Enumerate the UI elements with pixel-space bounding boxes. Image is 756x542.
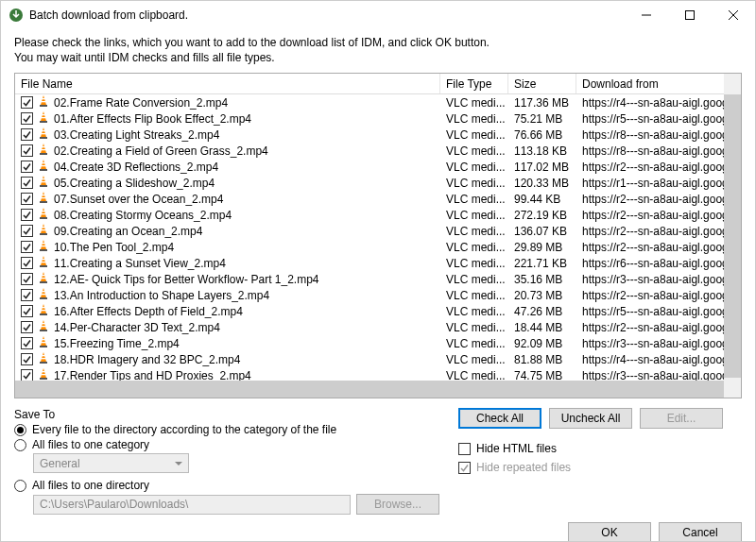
row-checkbox[interactable] [21,289,33,301]
table-row[interactable]: 13.An Introduction to Shape Layers_2.mp4… [15,287,724,303]
row-checkbox[interactable] [21,257,33,269]
vlc-icon [37,303,50,319]
table-row[interactable]: 02.Creating a Field of Green Grass_2.mp4… [15,143,724,159]
file-type: VLC medi... [440,225,508,238]
row-checkbox[interactable] [21,96,33,109]
vlc-icon [37,191,50,207]
vlc-icon [37,223,50,239]
svg-rect-59 [42,307,44,308]
vlc-icon [37,287,50,303]
table-row[interactable]: 08.Creating Stormy Oceans_2.mp4VLC medi.… [15,207,724,223]
vertical-scrollbar[interactable] [724,74,741,381]
row-checkbox[interactable] [21,353,33,365]
table-row[interactable]: 18.HDR Imagery and 32 BPC_2.mp4VLC medi.… [15,351,724,367]
file-type: VLC medi... [440,177,508,190]
svg-rect-48 [42,262,46,263]
svg-marker-13 [41,127,46,137]
table-row[interactable]: 10.The Pen Tool_2.mp4VLC medi...29.89 MB… [15,239,724,255]
horizontal-scrollbar[interactable] [15,381,724,398]
file-name: 05.Creating a Slideshow_2.mp4 [54,177,215,190]
table-row[interactable]: 02.Frame Rate Conversion_2.mp4VLC medi..… [15,94,724,110]
file-name: 01.After Effects Flip Book Effect_2.mp4 [54,112,251,126]
radio-one-category[interactable] [14,439,26,451]
table-row[interactable]: 17.Render Tips and HD Proxies_2.mp4VLC m… [15,367,724,381]
col-download-from[interactable]: Download from [576,74,741,93]
file-size: 81.88 MB [508,353,576,366]
table-row[interactable]: 04.Create 3D Reflections_2.mp4VLC medi..… [15,159,724,175]
cancel-button[interactable]: Cancel [659,522,742,542]
table-row[interactable]: 01.After Effects Flip Book Effect_2.mp4V… [15,110,724,127]
col-size[interactable]: Size [508,74,576,93]
svg-rect-70 [40,362,47,364]
row-checkbox[interactable] [21,337,33,349]
table-row[interactable]: 03.Creating Light Streaks_2.mp4VLC medi.… [15,127,724,143]
row-checkbox[interactable] [21,193,33,205]
download-from: https://r3---sn-a8au-aigl.googlevide [576,337,724,350]
minimize-button[interactable] [625,1,668,29]
row-checkbox[interactable] [21,112,33,125]
file-size: 18.44 MB [508,321,576,334]
row-checkbox[interactable] [21,305,33,317]
window-title: Batch download from clipboard. [29,8,625,22]
radio-per-category[interactable] [14,424,26,436]
table-row[interactable]: 07.Sunset over the Ocean_2.mp4VLC medi..… [15,191,724,207]
download-from: https://r1---sn-a8au-aigl.googlevide [576,177,724,190]
file-name: 08.Creating Stormy Oceans_2.mp4 [54,209,232,222]
browse-button[interactable]: Browse... [356,494,439,515]
table-row[interactable]: 15.Freezing Time_2.mp4VLC medi...92.09 M… [15,335,724,351]
row-checkbox[interactable] [21,273,33,285]
svg-rect-11 [42,114,44,115]
table-row[interactable]: 11.Creating a Sunset View_2.mp4VLC medi.… [15,255,724,271]
file-name: 11.Creating a Sunset View_2.mp4 [54,257,226,270]
row-checkbox[interactable] [21,209,33,221]
file-size: 92.09 MB [508,337,576,350]
file-name: 03.Creating Light Streaks_2.mp4 [54,128,219,142]
svg-rect-67 [42,339,44,340]
table-row[interactable]: 09.Creating an Ocean_2.mp4VLC medi...136… [15,223,724,239]
table-row[interactable]: 12.AE- Quick Tips for Better Workflow- P… [15,271,724,287]
file-type: VLC medi... [440,273,508,286]
table-row[interactable]: 05.Creating a Slideshow_2.mp4VLC medi...… [15,175,724,191]
maximize-button[interactable] [668,1,712,29]
svg-rect-39 [42,227,44,228]
check-all-button[interactable]: Check All [458,408,541,429]
vlc-icon [37,110,50,127]
svg-rect-34 [40,217,47,219]
close-button[interactable] [712,1,755,29]
row-checkbox[interactable] [21,321,33,333]
svg-rect-43 [42,243,44,244]
row-checkbox[interactable] [21,161,33,173]
app-icon [9,8,24,23]
svg-rect-40 [42,229,46,230]
row-checkbox[interactable] [21,177,33,189]
file-type: VLC medi... [440,305,508,318]
row-checkbox[interactable] [21,144,33,157]
directory-path-input[interactable]: C:\Users\Paularo\Downloads\ [33,495,351,515]
vlc-icon [37,351,50,367]
table-row[interactable]: 14.Per-Character 3D Text_2.mp4VLC medi..… [15,319,724,335]
ok-button[interactable]: OK [568,522,651,542]
svg-rect-66 [40,346,47,347]
file-size: 76.66 MB [508,128,576,142]
edit-button[interactable]: Edit... [640,408,723,429]
row-checkbox[interactable] [21,225,33,237]
download-from: https://r5---sn-a8au-aigl.googlevide [576,305,724,318]
svg-rect-38 [40,233,47,235]
row-checkbox[interactable] [21,369,33,381]
radio-one-directory[interactable] [14,480,26,492]
col-filetype[interactable]: File Type [440,74,508,93]
category-combobox[interactable]: General [33,453,189,473]
svg-rect-18 [40,153,47,155]
file-size: 29.89 MB [508,241,576,254]
svg-rect-24 [42,165,46,166]
svg-marker-45 [41,256,46,265]
uncheck-all-button[interactable]: Uncheck All [549,408,632,429]
file-name: 12.AE- Quick Tips for Better Workflow- P… [54,273,319,286]
file-name: 18.HDR Imagery and 32 BPC_2.mp4 [54,353,240,366]
row-checkbox[interactable] [21,241,33,253]
vlc-icon [37,335,50,351]
row-checkbox[interactable] [21,128,33,141]
table-row[interactable]: 16.After Effects Depth of Field_2.mp4VLC… [15,303,724,319]
hide-html-checkbox[interactable] [458,443,471,455]
col-filename[interactable]: File Name [15,74,440,93]
